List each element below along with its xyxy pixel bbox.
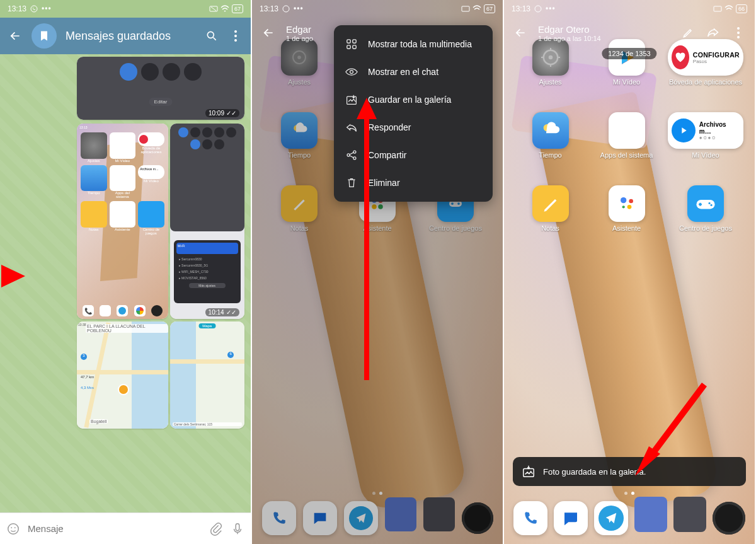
message-input-bar bbox=[0, 512, 251, 544]
svg-point-37 bbox=[737, 27, 740, 30]
reply-icon bbox=[345, 121, 358, 134]
status-time: 13:13 bbox=[8, 4, 26, 13]
widget-configure[interactable]: CONFIGURARPasos Bóveda de aplicaciones bbox=[668, 39, 743, 108]
photo-counter: 1234 de 1353 bbox=[602, 48, 656, 59]
svg-point-7 bbox=[234, 39, 237, 42]
app-notes[interactable]: Notas bbox=[515, 185, 585, 255]
message-input[interactable] bbox=[28, 523, 202, 534]
tutorial-arrow-3 bbox=[629, 378, 717, 488]
screen-1: 13:13 ••• 67 Mensajes guardados bbox=[0, 0, 252, 544]
dock-phone[interactable] bbox=[513, 501, 547, 535]
svg-rect-36 bbox=[714, 6, 721, 11]
svg-line-4 bbox=[214, 38, 216, 40]
menu-button[interactable] bbox=[228, 28, 243, 43]
dock-camera[interactable] bbox=[713, 502, 745, 535]
gallery-save-icon bbox=[522, 465, 536, 478]
svg-rect-13 bbox=[462, 6, 469, 11]
trash-icon bbox=[345, 177, 358, 189]
save-image-icon bbox=[345, 93, 358, 106]
svg-point-49 bbox=[627, 205, 631, 209]
msg-image-1[interactable]: Editar 10:09✓✓ bbox=[77, 57, 244, 120]
app-weather[interactable]: Tiempo bbox=[515, 112, 585, 182]
eye-icon bbox=[345, 66, 358, 78]
svg-point-31 bbox=[353, 151, 356, 153]
telegram-header: Mensajes guardados bbox=[0, 18, 251, 54]
svg-rect-26 bbox=[347, 45, 350, 49]
back-button[interactable] bbox=[261, 25, 276, 40]
svg-point-54 bbox=[708, 202, 710, 204]
status-bar: 13:13 ••• 67 bbox=[252, 0, 503, 18]
mute-icon bbox=[209, 6, 218, 12]
forward-button[interactable] bbox=[706, 25, 721, 40]
whatsapp-icon bbox=[534, 5, 542, 13]
app-game-center[interactable]: Centro de juegos bbox=[668, 185, 743, 255]
dock-messages[interactable] bbox=[554, 501, 588, 535]
msg-image-3a[interactable]: EL PARC I LA LLACUNA DEL POBLENOU Bogate… bbox=[77, 321, 168, 429]
menu-share[interactable]: Compartir bbox=[334, 141, 493, 169]
grid-icon bbox=[345, 38, 358, 50]
wifi-icon bbox=[220, 5, 229, 13]
back-arrow-icon bbox=[9, 30, 21, 42]
svg-point-5 bbox=[234, 30, 237, 33]
svg-rect-53 bbox=[699, 204, 702, 205]
svg-point-3 bbox=[207, 32, 214, 38]
search-button[interactable] bbox=[204, 28, 219, 43]
app-system-apps[interactable]: Apps del sistema bbox=[592, 112, 662, 182]
app-assistant[interactable]: Asistente bbox=[592, 185, 662, 255]
status-bar: 13:13 ••• 67 bbox=[0, 0, 251, 18]
svg-rect-27 bbox=[353, 45, 356, 49]
mic-icon[interactable] bbox=[231, 522, 244, 536]
svg-point-39 bbox=[737, 36, 740, 38]
msg-image-2a[interactable]: 13:13 Ajustes Mi Vídeo Bóveda de aplicac… bbox=[77, 124, 168, 319]
more-indicator: ••• bbox=[42, 4, 52, 13]
editar-label: Editar bbox=[149, 98, 173, 106]
svg-point-0 bbox=[31, 6, 37, 12]
screen-3: 13:13 ••• 66 Edgar Otero 1 de ago a las … bbox=[504, 0, 756, 544]
edit-button[interactable] bbox=[680, 25, 696, 40]
svg-point-35 bbox=[535, 6, 541, 12]
menu-show-in-chat[interactable]: Mostrar en el chat bbox=[334, 58, 493, 86]
back-button[interactable] bbox=[513, 25, 528, 40]
svg-point-6 bbox=[234, 35, 237, 37]
msg-image-2b[interactable]: Wi-Fi ▸ Sercomm0830 ▸ Sercomm0830_5G ▸ W… bbox=[170, 124, 244, 319]
kebab-icon bbox=[234, 30, 237, 42]
svg-point-48 bbox=[629, 199, 633, 204]
dock bbox=[510, 496, 748, 540]
bookmark-icon bbox=[38, 30, 50, 42]
svg-point-8 bbox=[8, 523, 19, 534]
screen-2: 13:13 ••• 67 Edgar 1 de ago Ajustes Tiem… bbox=[252, 0, 504, 544]
svg-line-34 bbox=[350, 156, 354, 158]
svg-point-12 bbox=[283, 6, 289, 12]
status-bar: 13:13 ••• 66 bbox=[504, 0, 755, 18]
whatsapp-icon bbox=[282, 5, 290, 13]
menu-show-all-media[interactable]: Mostrar toda la multimedia bbox=[334, 30, 493, 58]
menu-delete[interactable]: Eliminar bbox=[334, 169, 493, 197]
svg-line-2 bbox=[211, 7, 216, 11]
menu-button[interactable] bbox=[731, 25, 746, 40]
svg-rect-11 bbox=[236, 523, 239, 530]
photo-viewer-header: Edgar Otero 1 de ago a las 10:14 bbox=[504, 18, 755, 48]
battery-level: 67 bbox=[232, 4, 243, 13]
widget-files[interactable]: Archivos m…● 0 ● 0 Mi Vídeo bbox=[668, 112, 743, 182]
msg-image-3b[interactable]: Mapa 6 Carrer dels Sertimanat, 115 bbox=[170, 321, 244, 429]
svg-point-9 bbox=[11, 527, 12, 528]
emoji-icon[interactable] bbox=[6, 522, 20, 536]
tutorial-arrow-1 bbox=[1, 265, 25, 287]
svg-line-57 bbox=[648, 385, 704, 460]
svg-point-41 bbox=[548, 55, 553, 60]
dock-telegram[interactable] bbox=[594, 501, 628, 535]
svg-point-47 bbox=[621, 197, 626, 203]
app-settings[interactable]: Ajustes bbox=[515, 39, 585, 108]
chat-title: Mensajes guardados bbox=[66, 30, 195, 43]
svg-rect-24 bbox=[347, 40, 350, 43]
back-button[interactable] bbox=[8, 28, 23, 43]
svg-point-55 bbox=[711, 204, 713, 206]
svg-point-10 bbox=[14, 527, 16, 528]
svg-point-38 bbox=[737, 32, 740, 34]
attach-icon[interactable] bbox=[209, 522, 223, 536]
chat-avatar[interactable] bbox=[32, 23, 57, 49]
svg-point-32 bbox=[353, 157, 356, 159]
svg-point-50 bbox=[622, 205, 624, 208]
search-icon bbox=[205, 30, 218, 42]
chat-body[interactable]: Editar 10:09✓✓ 13:13 Ajustes Mi Vídeo Bó… bbox=[0, 54, 251, 512]
